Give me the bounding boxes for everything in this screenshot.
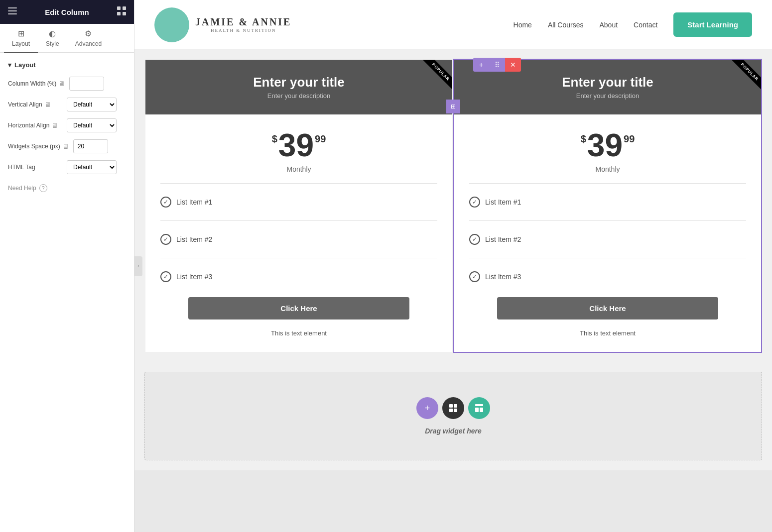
pricing-section: + ⠿ ✕ Enter your title Enter your descri… (134, 50, 772, 362)
pricing-card-2: Enter your title Enter your description … (454, 60, 761, 352)
vertical-align-label: Vertical Align 🖥 (8, 101, 63, 108)
column-settings-icon[interactable]: ⊞ (446, 100, 460, 113)
nav-home[interactable]: Home (514, 21, 532, 29)
drop-widget-button[interactable] (442, 397, 464, 419)
tab-layout[interactable]: ⊞ Layout (4, 24, 38, 53)
price-amount-2: 39 (587, 129, 623, 161)
svg-rect-13 (480, 408, 483, 412)
card-title-2: Enter your title (464, 75, 751, 90)
horizontal-align-select[interactable]: Default (67, 118, 117, 132)
list-item-2-3: ✓ List Item #3 (469, 268, 746, 285)
drop-template-button[interactable] (468, 397, 490, 419)
close-column-button[interactable]: ✕ (505, 58, 521, 72)
click-here-button-1[interactable]: Click Here (188, 297, 410, 319)
monitor-icon: 🖥 (58, 80, 65, 88)
section-title: ▾ Layout (8, 61, 126, 69)
add-element-button[interactable]: + (473, 58, 489, 72)
list-text-1-1: List Item #1 (176, 198, 212, 206)
logo-sub: HEALTH & NUTRITION (195, 28, 291, 33)
collapse-panel-handle[interactable]: ‹ (134, 256, 142, 276)
divider-1b (160, 220, 437, 221)
pricing-row: Enter your title Enter your description … (144, 60, 762, 352)
divider-2b (469, 220, 746, 221)
list-item-2-1: ✓ List Item #1 (469, 194, 746, 211)
style-icon: ◐ (49, 29, 56, 38)
logo-circle (154, 7, 189, 42)
divider-2c (469, 258, 746, 258)
pricing-card-1: Enter your title Enter your description … (145, 60, 452, 352)
nav-contact[interactable]: Contact (634, 21, 657, 29)
popular-badge-2 (722, 60, 761, 99)
advanced-icon: ⚙ (85, 29, 92, 38)
site-header: JAMIE & ANNIE HEALTH & NUTRITION Home Al… (134, 0, 772, 50)
popular-badge-1 (413, 60, 452, 99)
drop-zone-section: + (134, 362, 772, 470)
check-icon-2-2: ✓ (469, 234, 480, 245)
hamburger-icon[interactable] (8, 7, 17, 16)
svg-rect-6 (123, 12, 126, 15)
main-area: JAMIE & ANNIE HEALTH & NUTRITION Home Al… (134, 0, 772, 532)
site-nav: Home All Courses About Contact Start Lea… (514, 12, 752, 37)
check-icon-1-1: ✓ (160, 197, 171, 208)
price-period-2: Monthly (595, 165, 620, 173)
need-help-label: Need Help (8, 185, 36, 192)
list-text-2-1: List Item #1 (485, 198, 521, 206)
horizontal-align-label: Horizontal Align 🖥 (8, 121, 63, 129)
svg-rect-10 (454, 409, 457, 412)
list-text-2-2: List Item #2 (485, 235, 521, 243)
section-label: Layout (14, 61, 36, 69)
widgets-space-input[interactable] (73, 139, 108, 153)
price-cents-2: 99 (624, 133, 635, 145)
check-icon-1-3: ✓ (160, 271, 171, 282)
html-tag-row: HTML Tag Default (8, 160, 126, 174)
click-here-button-2[interactable]: Click Here (497, 297, 719, 319)
column-width-row: Column Width (%) 🖥 (8, 77, 126, 91)
need-help[interactable]: Need Help ? (8, 184, 126, 192)
list-item-1-3: ✓ List Item #3 (160, 268, 437, 285)
tab-style-label: Style (46, 40, 59, 47)
svg-rect-5 (117, 12, 121, 15)
check-icon-2-3: ✓ (469, 271, 480, 282)
text-element-2: This is text element (580, 329, 636, 337)
price-dollar-2: $ (581, 133, 586, 145)
logo-main: JAMIE & ANNIE (195, 16, 291, 28)
price-dollar-1: $ (272, 133, 277, 145)
column-width-label: Column Width (%) 🖥 (8, 80, 65, 88)
start-learning-button[interactable]: Start Learning (673, 12, 752, 37)
tab-advanced-label: Advanced (75, 40, 102, 47)
column-width-input[interactable] (69, 77, 104, 91)
help-icon: ? (39, 184, 47, 192)
text-element-1: This is text element (271, 329, 327, 337)
grid-icon[interactable] (117, 6, 126, 17)
site-logo: JAMIE & ANNIE HEALTH & NUTRITION (154, 7, 291, 42)
html-tag-label: HTML Tag (8, 164, 63, 171)
svg-rect-9 (449, 409, 453, 412)
drop-add-button[interactable]: + (416, 397, 438, 419)
svg-rect-4 (123, 6, 126, 10)
list-text-2-3: List Item #3 (485, 273, 521, 281)
monitor-icon-va: 🖥 (44, 101, 51, 108)
vertical-align-row: Vertical Align 🖥 Default (8, 98, 126, 111)
svg-rect-3 (117, 6, 121, 10)
nav-all-courses[interactable]: All Courses (548, 21, 584, 29)
html-tag-select[interactable]: Default (67, 160, 117, 174)
move-column-button[interactable]: ⠿ (489, 58, 505, 72)
left-panel: Edit Column ⊞ Layout ◐ Style ⚙ Advanced … (0, 0, 134, 532)
svg-rect-2 (8, 13, 17, 14)
card-body-1: $ 39 99 Monthly ✓ List Item #1 ✓ (145, 114, 452, 352)
card-body-2: $ 39 99 Monthly ✓ List Item #1 ✓ (454, 114, 761, 352)
list-text-1-2: List Item #2 (176, 235, 212, 243)
list-item-2-2: ✓ List Item #2 (469, 231, 746, 248)
horizontal-align-row: Horizontal Align 🖥 Default (8, 118, 126, 132)
price-row-1: $ 39 99 (272, 129, 326, 161)
section-collapse-icon[interactable]: ▾ (8, 61, 11, 69)
tab-advanced[interactable]: ⚙ Advanced (67, 24, 110, 52)
panel-header: Edit Column (0, 0, 134, 24)
svg-rect-7 (449, 404, 453, 408)
svg-rect-12 (475, 408, 479, 412)
tab-style[interactable]: ◐ Style (38, 24, 67, 52)
nav-about[interactable]: About (599, 21, 618, 29)
check-icon-2-1: ✓ (469, 197, 480, 208)
vertical-align-select[interactable]: Default (67, 98, 117, 111)
list-item-1-2: ✓ List Item #2 (160, 231, 437, 248)
